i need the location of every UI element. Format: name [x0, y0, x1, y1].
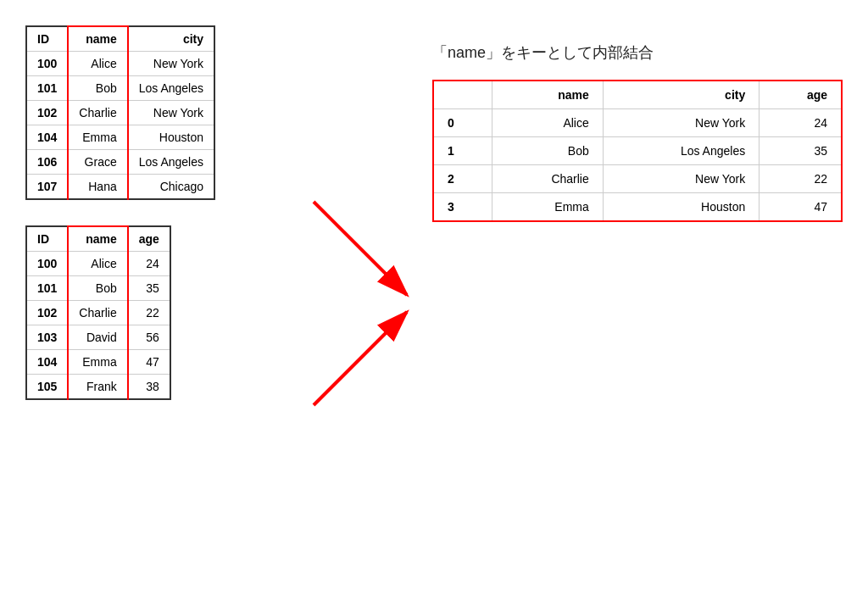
cell-city: New York	[128, 101, 214, 125]
cell-city: Los Angeles	[128, 150, 214, 175]
result-table: name city age 0 Alice New York 24 1 Bob …	[432, 80, 843, 222]
cell-name: Alice	[492, 109, 604, 137]
table-row: 0 Alice New York 24	[433, 109, 842, 137]
result-age-header: age	[760, 81, 842, 109]
cell-name: Bob	[68, 76, 127, 101]
cell-age: 47	[760, 193, 842, 222]
cell-name: Charlie	[68, 101, 127, 125]
cell-id: 102	[26, 101, 68, 125]
cell-id: 107	[26, 175, 68, 200]
table-row: 100 Alice New York	[26, 52, 214, 76]
cell-city: New York	[603, 109, 759, 137]
cell-id: 102	[26, 301, 68, 325]
cell-name: David	[68, 325, 127, 350]
cell-id: 104	[26, 350, 68, 375]
left-panel: ID name city 100 Alice New York 101 Bob …	[25, 17, 297, 589]
table-row: 3 Emma Houston 47	[433, 193, 842, 222]
cell-name: Bob	[492, 137, 604, 165]
table1-id-header: ID	[26, 26, 68, 52]
cell-city: New York	[603, 165, 759, 193]
cell-id: 104	[26, 125, 68, 150]
cell-age: 35	[128, 276, 170, 301]
cell-age: 38	[128, 375, 170, 400]
cell-id: 101	[26, 276, 68, 301]
result-city-header: city	[603, 81, 759, 109]
cell-age: 35	[760, 137, 842, 165]
table-row: 104 Emma Houston	[26, 125, 214, 150]
cell-id: 100	[26, 252, 68, 276]
cell-city: Houston	[128, 125, 214, 150]
cell-name: Alice	[68, 52, 127, 76]
table2: ID name age 100 Alice 24 101 Bob 35 102 …	[25, 225, 171, 400]
cell-city: Los Angeles	[128, 76, 214, 101]
cell-name: Emma	[68, 125, 127, 150]
cell-age: 22	[760, 165, 842, 193]
table2-age-header: age	[128, 226, 170, 252]
cell-idx: 0	[433, 109, 492, 137]
cell-age: 56	[128, 325, 170, 350]
cell-age: 24	[760, 109, 842, 137]
cell-name: Charlie	[68, 301, 127, 325]
table2-name-header: name	[68, 226, 127, 252]
right-panel: 「name」をキーとして内部結合 name city age 0 Alice N…	[432, 17, 843, 589]
table-row: 104 Emma 47	[26, 350, 170, 375]
cell-name: Frank	[68, 375, 127, 400]
table1: ID name city 100 Alice New York 101 Bob …	[25, 25, 215, 200]
cell-name: Emma	[492, 193, 604, 222]
table-row: 2 Charlie New York 22	[433, 165, 842, 193]
cell-city: Los Angeles	[603, 137, 759, 165]
cell-id: 100	[26, 52, 68, 76]
cell-name: Grace	[68, 150, 127, 175]
table-row: 106 Grace Los Angeles	[26, 150, 214, 175]
cell-city: Houston	[603, 193, 759, 222]
cell-age: 47	[128, 350, 170, 375]
cell-idx: 2	[433, 165, 492, 193]
cell-age: 22	[128, 301, 170, 325]
table-row: 101 Bob Los Angeles	[26, 76, 214, 101]
table-row: 102 Charlie New York	[26, 101, 214, 125]
join-label: 「name」をキーとして内部結合	[432, 42, 843, 63]
cell-name: Emma	[68, 350, 127, 375]
cell-age: 24	[128, 252, 170, 276]
cell-idx: 1	[433, 137, 492, 165]
table1-container: ID name city 100 Alice New York 101 Bob …	[25, 25, 297, 200]
table1-name-header: name	[68, 26, 127, 52]
cell-city: New York	[128, 52, 214, 76]
arrows-svg	[297, 134, 432, 473]
table-row: 101 Bob 35	[26, 276, 170, 301]
table-row: 1 Bob Los Angeles 35	[433, 137, 842, 165]
result-name-header: name	[492, 81, 604, 109]
table-row: 107 Hana Chicago	[26, 175, 214, 200]
cell-name: Bob	[68, 276, 127, 301]
cell-name: Alice	[68, 252, 127, 276]
table-row: 102 Charlie 22	[26, 301, 170, 325]
table1-city-header: city	[128, 26, 214, 52]
table2-container: ID name age 100 Alice 24 101 Bob 35 102 …	[25, 225, 297, 400]
svg-line-2	[314, 202, 407, 295]
cell-id: 103	[26, 325, 68, 350]
cell-id: 106	[26, 150, 68, 175]
cell-name: Hana	[68, 175, 127, 200]
table-row: 100 Alice 24	[26, 252, 170, 276]
cell-name: Charlie	[492, 165, 604, 193]
result-idx-header	[433, 81, 492, 109]
svg-line-3	[314, 312, 407, 405]
table2-id-header: ID	[26, 226, 68, 252]
cell-city: Chicago	[128, 175, 214, 200]
arrows-panel	[297, 17, 432, 589]
table-row: 103 David 56	[26, 325, 170, 350]
cell-idx: 3	[433, 193, 492, 222]
cell-id: 105	[26, 375, 68, 400]
table-row: 105 Frank 38	[26, 375, 170, 400]
cell-id: 101	[26, 76, 68, 101]
